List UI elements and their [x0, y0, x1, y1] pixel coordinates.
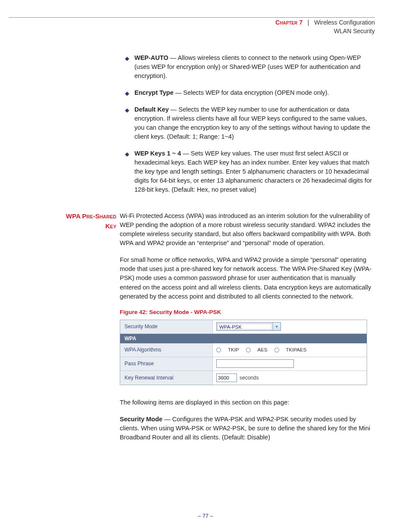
header-subhead: WLAN Security [0, 27, 375, 36]
side-heading: WPA Pre-Shared Key [0, 212, 120, 255]
item-term: Security Mode [120, 416, 162, 423]
radio-aes[interactable] [246, 348, 251, 352]
renewal-unit-label: seconds [240, 375, 259, 381]
bullet-diamond-icon: ◆ [125, 150, 129, 159]
bullet-item: ◆ WEP-AUTO — Allows wireless clients to … [125, 53, 375, 81]
bullet-term: WEP Keys 1 ~ 4 [134, 150, 181, 157]
radio-label: TKIP [228, 347, 239, 352]
chevron-down-icon: ▾ [273, 323, 280, 330]
figure-label-algorithms: WPA Algorithms [120, 343, 213, 357]
section-paragraph: Wi-Fi Protected Access (WPA) was introdu… [120, 212, 375, 248]
bullet-term: Encrypt Type [134, 89, 174, 96]
dropdown-value: WPA-PSK [217, 324, 272, 330]
figure-caption: Figure 42: Security Mode - WPA-PSK [120, 309, 375, 315]
after-figure-item: Security Mode — Configures the WPA-PSK a… [120, 415, 375, 442]
renewal-interval-input[interactable]: 3600 [216, 373, 237, 382]
figure-section-header: WPA [120, 334, 367, 343]
bullet-diamond-icon: ◆ [125, 55, 129, 63]
radio-tkipaes[interactable] [274, 348, 279, 352]
page-content: ◆ WEP-AUTO — Allows wireless clients to … [0, 53, 375, 442]
bullet-diamond-icon: ◆ [125, 106, 129, 115]
passphrase-input[interactable] [216, 359, 294, 368]
bullet-body: — Selects the WEP key number to use for … [134, 106, 370, 140]
page-number: – 77 – [0, 513, 411, 519]
security-mode-dropdown[interactable]: WPA-PSK ▾ [216, 322, 281, 331]
bullet-item: ◆ WEP Keys 1 ~ 4 — Sets WEP key values. … [125, 149, 375, 194]
bullet-body: — Allows wireless clients to connect to … [134, 54, 361, 79]
bullet-term: Default Key [134, 106, 169, 113]
bullet-diamond-icon: ◆ [125, 90, 129, 98]
radio-label: TKIPAES [286, 347, 307, 352]
page-header: Chapter 7 | Wireless Configuration WLAN … [0, 19, 375, 35]
section-paragraph: For small home or office networks, WPA a… [120, 255, 375, 301]
header-rule [9, 17, 375, 18]
chapter-separator: | [304, 19, 312, 26]
after-figure-intro: The following items are displayed in thi… [120, 398, 375, 407]
radio-label: AES [258, 347, 268, 352]
section-wpa-psk: WPA Pre-Shared Key Wi-Fi Protected Acces… [0, 212, 375, 255]
bullet-item: ◆ Encrypt Type — Selects WEP for data en… [125, 88, 375, 97]
figure-label-renewal: Key Renewal Interval [120, 371, 213, 385]
figure-label-passphrase: Pass Phrase [120, 357, 213, 370]
wpa-algorithms-radio-group: TKIP AES TKIPAES [216, 347, 306, 352]
bullet-item: ◆ Default Key — Selects the WEP key numb… [125, 105, 375, 141]
chapter-label: Chapter 7 [275, 19, 302, 26]
figure-security-mode: Security Mode WPA-PSK ▾ WPA WPA Algorith… [120, 320, 367, 385]
radio-tkip[interactable] [216, 348, 221, 352]
bullet-term: WEP-AUTO [134, 54, 168, 61]
bullet-body: — Selects WEP for data encryption (OPEN … [174, 89, 329, 96]
chapter-title: Wireless Configuration [314, 19, 375, 26]
figure-label-security-mode: Security Mode [120, 320, 213, 333]
